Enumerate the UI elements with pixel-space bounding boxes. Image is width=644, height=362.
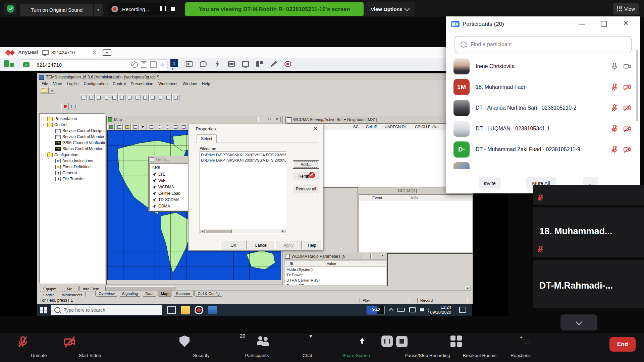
file-explorer-icon[interactable]: [181, 306, 190, 314]
filename-entry[interactable]: D:\Drive D\PPTSI\SKKNI 2020\VSGA DTS 202…: [201, 152, 285, 158]
menu-item[interactable]: Help: [202, 81, 210, 86]
tree-item[interactable]: Service Control Designer: [40, 128, 105, 134]
map-toolbar-icon[interactable]: [107, 124, 115, 130]
task-view-button[interactable]: [167, 306, 176, 314]
scrollbar-thumb[interactable]: [206, 229, 232, 233]
menu-item[interactable]: Worksheet: [158, 81, 177, 86]
map-toolbar-icon[interactable]: [123, 124, 131, 130]
speaker-icon[interactable]: [420, 308, 423, 311]
add-button[interactable]: Add...: [293, 160, 319, 169]
close-icon[interactable]: ✕: [623, 20, 629, 26]
cancel-button[interactable]: Cancel: [248, 241, 274, 249]
new-session-tab-button[interactable]: +: [103, 49, 111, 56]
tree-expander[interactable]: -: [42, 123, 46, 127]
close-button[interactable]: ✕: [274, 117, 281, 122]
pane-tab[interactable]: Equipm...: [40, 286, 63, 292]
tems-toolbar-icon[interactable]: [111, 94, 118, 101]
invite-button[interactable]: Invite: [479, 177, 501, 189]
collapse-strip-button[interactable]: [560, 314, 597, 330]
map-window-title-bar[interactable]: Map — ▢ ✕: [107, 116, 282, 123]
session-count-badge[interactable]: 1: [170, 59, 178, 67]
tems-toolbar-icon[interactable]: [172, 94, 179, 101]
tree-item[interactable]: GSM Channel Verification: [40, 140, 105, 146]
tems-toolbar-icon[interactable]: [165, 94, 172, 101]
view-button[interactable]: View: [613, 3, 639, 15]
column-header[interactable]: Value: [327, 261, 336, 265]
worksheet-tab[interactable]: Overview: [95, 291, 118, 297]
tems-toolbar-icon[interactable]: [157, 94, 164, 101]
tems-toolbar-icon[interactable]: [149, 94, 156, 101]
tems-toolbar-icon[interactable]: [88, 94, 95, 101]
map-toolbar-icon[interactable]: [131, 124, 139, 130]
original-sound-button[interactable]: Turn on Original Sound: [20, 4, 93, 16]
logfile-transfer-button[interactable]: [70, 103, 77, 110]
anydesk-toolbar-icon[interactable]: [284, 60, 292, 68]
start-button[interactable]: [40, 307, 47, 313]
breakout-rooms-button[interactable]: Breakout Rooms: [433, 333, 480, 362]
tems-toolbar-icon[interactable]: [95, 94, 102, 101]
battery-icon[interactable]: [397, 308, 405, 312]
column-header[interactable]: SC: [353, 125, 366, 129]
anydesk-toolbar-icon[interactable]: [270, 60, 278, 68]
radio-param-row[interactable]: Mode (System): [285, 267, 386, 272]
close-button[interactable]: ✕: [379, 254, 386, 259]
start-video-button[interactable]: Start Video: [50, 333, 90, 362]
tems-toolbar-icon[interactable]: [126, 94, 133, 101]
unmute-button[interactable]: Unmute: [7, 333, 39, 362]
view-options-button[interactable]: View Options: [365, 2, 415, 16]
tems-toolbar-icon[interactable]: [103, 94, 110, 101]
reactions-button[interactable]: + Reactions: [486, 333, 521, 362]
menu-item[interactable]: Presentation: [131, 81, 153, 86]
participant-search-box[interactable]: [454, 36, 632, 53]
filename-listbox[interactable]: D:\Drive D\PPTSI\SKKNI 2020\VSGA DTS 202…: [200, 151, 286, 234]
tree-expander[interactable]: +: [42, 117, 46, 121]
column-header[interactable]: CPICH Ec/No: [415, 125, 447, 129]
participants-button[interactable]: 20 Participants: [218, 333, 257, 362]
tems-toolbar-icon[interactable]: [134, 94, 141, 101]
properties-title-bar[interactable]: Properties ✕: [189, 124, 323, 133]
map-toolbar-icon[interactable]: [180, 124, 187, 130]
anydesk-toolbar-icon[interactable]: [185, 60, 193, 68]
tree-item[interactable]: - Control: [40, 122, 105, 128]
worksheet-tab[interactable]: Ctrl & Config: [194, 291, 223, 297]
radio-param-row[interactable]: Tx Power: [285, 272, 386, 278]
scroll-right-arrow[interactable]: ►: [466, 286, 470, 290]
ok-button[interactable]: OK: [220, 241, 247, 249]
anydesk-toolbar-icon[interactable]: [199, 60, 207, 68]
pane-tab[interactable]: Me...: [64, 286, 79, 292]
stop-recording-icon[interactable]: [396, 336, 408, 347]
scroll-left-arrow[interactable]: ◄: [200, 229, 205, 233]
participant-search-input[interactable]: [470, 41, 612, 48]
filename-entry[interactable]: D:\Drive D\PPTSI\SKKNI 2020\VSGA DTS 202…: [201, 158, 285, 163]
tems-title-bar[interactable]: TEMS Investigation 16.3.6 (Administrator…: [38, 74, 472, 80]
share-screen-button[interactable]: Share Screen: [315, 333, 356, 362]
map-toolbar-icon[interactable]: [115, 124, 123, 130]
video-thumbnail-partial[interactable]: [533, 185, 644, 205]
anydesk-toolbar-icon[interactable]: [256, 60, 264, 68]
anydesk-toolbar-icon[interactable]: [213, 60, 221, 68]
hourglass-icon[interactable]: [141, 61, 147, 68]
scrollbar-thumb[interactable]: [101, 286, 175, 290]
tems-toolbar-icon[interactable]: [118, 94, 125, 101]
close-tab-icon[interactable]: ✕: [92, 50, 96, 56]
minimize-icon[interactable]: [579, 24, 585, 24]
wcdma-serving-title-bar[interactable]: WCDMA Serving/Active Set + Neighbors [MS…: [286, 116, 473, 123]
maximize-button[interactable]: ▢: [371, 254, 378, 259]
network-icon[interactable]: [409, 307, 416, 312]
maximize-button[interactable]: ▢: [266, 117, 273, 122]
participant-row-partial[interactable]: [446, 160, 640, 169]
column-header[interactable]: Cell ID: [366, 125, 385, 129]
meeting-info-shield-button[interactable]: [4, 3, 16, 14]
pause-recording-icon[interactable]: [381, 336, 393, 347]
taskbar-search[interactable]: [51, 305, 162, 315]
workspace-horizontal-scrollbar[interactable]: ◄ ►: [95, 286, 471, 291]
toolbar-overflow-button[interactable]: »: [49, 87, 55, 94]
participant-row[interactable]: Irene Christovita: [446, 56, 640, 77]
tree-item[interactable]: Audio Indications: [40, 158, 105, 164]
map-toolbar-icon[interactable]: [172, 124, 179, 130]
menu-item[interactable]: Control: [113, 81, 126, 86]
listbox-horizontal-scrollbar[interactable]: ◄ ►: [200, 229, 285, 233]
map-toolbar-icon[interactable]: [164, 124, 171, 130]
tems-toolbar-icon[interactable]: [80, 94, 87, 101]
menu-item[interactable]: Window: [182, 81, 197, 86]
